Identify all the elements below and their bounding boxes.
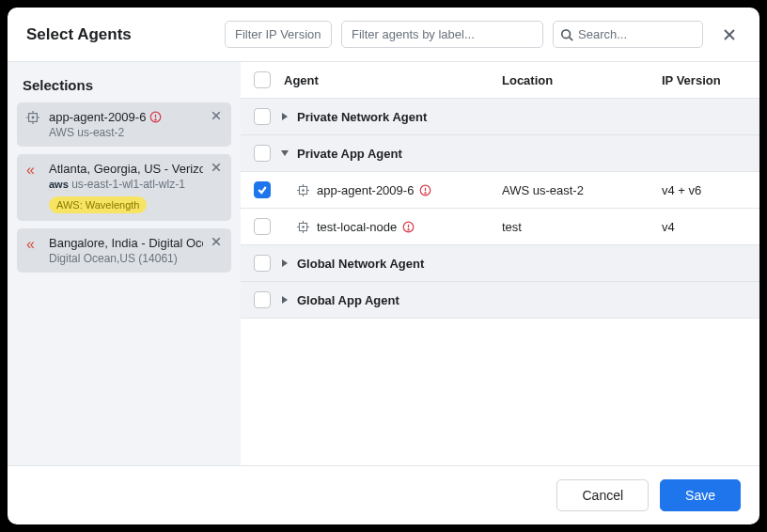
chevron-icon: « [26, 163, 41, 178]
selections-sidebar: Selections app-agent-2009-6 AWS us-east-… [8, 62, 241, 465]
selection-card: app-agent-2009-6 AWS us-east-2 [17, 102, 231, 147]
svg-marker-40 [282, 296, 288, 304]
selection-subtitle: AWS us-east-2 [49, 126, 203, 139]
row-checkbox[interactable] [254, 181, 271, 198]
caret-right-icon[interactable] [280, 112, 293, 121]
row-checkbox[interactable] [254, 218, 271, 235]
svg-marker-19 [282, 113, 288, 120]
save-button[interactable]: Save [660, 479, 741, 511]
agent-cell: test-local-node [280, 220, 502, 234]
svg-marker-20 [281, 150, 289, 156]
cancel-button[interactable]: Cancel [556, 479, 649, 511]
agent-name: test-local-node [317, 220, 397, 234]
caret-right-icon[interactable] [280, 258, 293, 268]
close-icon [211, 162, 222, 173]
filter-ip-version-input[interactable] [225, 21, 332, 48]
selection-subtitle: aws us-east-1-wl1-atl-wlz-1 [49, 178, 203, 191]
svg-point-29 [425, 192, 426, 193]
selection-card: « Bangalore, India - Digital Oce... Digi… [17, 228, 231, 273]
table-row: test-local-node test v4 [241, 209, 759, 245]
table-row: app-agent-2009-6 AWS us-east-2 v4 + v6 [241, 172, 759, 209]
svg-point-35 [303, 226, 305, 227]
group-label: Private App Agent [293, 147, 746, 161]
group-checkbox[interactable] [254, 255, 271, 272]
location-cell: AWS us-east-2 [502, 183, 662, 197]
caret-down-icon[interactable] [280, 149, 293, 158]
ipversion-cell: v4 + v6 [662, 183, 746, 197]
group-checkbox[interactable] [254, 291, 271, 308]
svg-point-12 [155, 119, 156, 120]
agent-cell: app-agent-2009-6 [280, 183, 502, 197]
close-icon [722, 27, 737, 42]
selection-body: Bangalore, India - Digital Oce... Digita… [49, 236, 203, 265]
alert-icon [419, 184, 431, 196]
group-row[interactable]: Private Network Agent [241, 99, 759, 135]
search-wrapper [553, 21, 703, 48]
alert-icon [149, 111, 162, 123]
aws-logo-icon: aws [49, 179, 69, 190]
group-row[interactable]: Global App Agent [241, 282, 759, 319]
close-button[interactable] [718, 23, 741, 46]
column-header-ipversion: IP Version [662, 73, 746, 87]
group-checkbox[interactable] [254, 145, 271, 162]
filter-label-input[interactable] [341, 21, 543, 48]
select-agents-modal: Select Agents Selections app-agent-2009-… [8, 8, 759, 524]
search-input[interactable] [553, 21, 703, 48]
group-label: Private Network Agent [293, 110, 746, 124]
chevron-icon: « [26, 237, 41, 252]
selection-title: Bangalore, India - Digital Oce... [49, 236, 203, 250]
crosshair-icon [26, 111, 41, 127]
selections-title: Selections [17, 73, 231, 102]
column-header-agent: Agent [280, 73, 502, 87]
selection-subtitle: Digital Ocean,US (14061) [49, 252, 203, 265]
group-label: Global App Agent [293, 293, 746, 307]
remove-selection-button[interactable] [211, 162, 222, 176]
group-row[interactable]: Global Network Agent [241, 245, 759, 282]
crosshair-icon [297, 184, 309, 196]
wavelength-badge: AWS: Wavelength [49, 196, 147, 213]
svg-marker-39 [282, 259, 288, 267]
selection-body: app-agent-2009-6 AWS us-east-2 [49, 110, 203, 139]
column-header-location: Location [502, 73, 662, 87]
selection-title: app-agent-2009-6 [49, 110, 203, 124]
modal-footer: Cancel Save [8, 465, 759, 524]
svg-point-9 [32, 117, 34, 118]
selection-body: Atlanta, Georgia, US - Verizon... aws us… [49, 162, 203, 213]
selection-card: « Atlanta, Georgia, US - Verizon... aws … [17, 154, 231, 221]
agent-name: app-agent-2009-6 [317, 183, 414, 197]
close-icon [211, 110, 222, 121]
remove-selection-button[interactable] [211, 236, 222, 250]
svg-point-38 [408, 228, 409, 229]
agents-table: Agent Location IP Version Private Networ… [241, 62, 759, 465]
modal-body: Selections app-agent-2009-6 AWS us-east-… [8, 61, 759, 465]
modal-title: Select Agents [26, 25, 132, 44]
location-cell: test [502, 220, 662, 234]
group-row[interactable]: Private App Agent [241, 135, 759, 172]
selection-title: Atlanta, Georgia, US - Verizon... [49, 162, 203, 176]
table-header-row: Agent Location IP Version [241, 62, 759, 99]
group-checkbox[interactable] [254, 108, 271, 125]
svg-point-26 [303, 189, 305, 191]
group-label: Global Network Agent [293, 257, 746, 271]
crosshair-icon [297, 221, 309, 233]
caret-right-icon[interactable] [280, 295, 293, 305]
ipversion-cell: v4 [662, 220, 746, 234]
alert-icon [402, 221, 415, 233]
modal-header: Select Agents [8, 8, 759, 61]
close-icon [211, 236, 222, 247]
select-all-checkbox[interactable] [254, 71, 271, 88]
remove-selection-button[interactable] [211, 110, 222, 124]
